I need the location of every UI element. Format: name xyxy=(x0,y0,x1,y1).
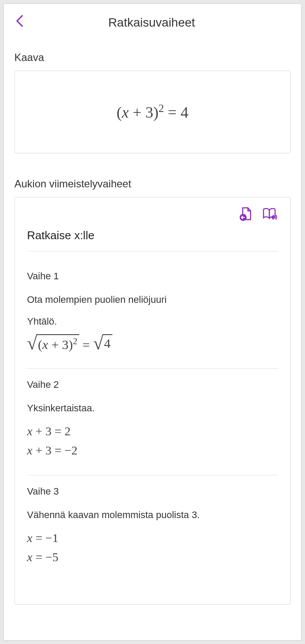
step-label: Vaihe 2 xyxy=(27,379,278,390)
step-label: Vaihe 1 xyxy=(27,271,278,282)
page-title: Ratkaisuvaiheet xyxy=(30,16,273,30)
step-math-line: x + 3 = 2 xyxy=(27,424,278,438)
chevron-left-icon xyxy=(14,15,25,27)
step-description: Ota molempien puolien neliöjuuri xyxy=(27,294,278,305)
step-subdescription: Yhtälö. xyxy=(27,316,278,327)
steps-box: Ratkaise x:lle Vaihe 1 Ota molempien puo… xyxy=(14,197,291,605)
step-label: Vaihe 3 xyxy=(27,486,278,497)
step-math-line: x = −1 xyxy=(27,531,278,545)
formula-box: (x + 3)2 = 4 xyxy=(14,71,291,153)
step-3: Vaihe 3 Vähennä kaavan molemmista puolis… xyxy=(27,486,278,582)
steps-section-label: Aukion viimeistelyvaiheet xyxy=(14,178,291,190)
step-2: Vaihe 2 Yksinkertaistaa. x + 3 = 2 x + 3… xyxy=(27,379,278,475)
step-math-line: x = −5 xyxy=(27,550,278,564)
solve-for-title: Ratkaise x:lle xyxy=(27,229,278,251)
book-audio-icon xyxy=(262,207,278,221)
formula-expression: (x + 3)2 = 4 xyxy=(116,102,188,122)
back-button[interactable] xyxy=(14,14,25,31)
immersive-reader-button[interactable] xyxy=(262,206,278,222)
panel-header: Ratkaisuvaiheet xyxy=(14,14,291,31)
step-description: Yksinkertaistaa. xyxy=(27,403,278,414)
insert-to-page-button[interactable] xyxy=(238,206,254,222)
formula-section-label: Kaava xyxy=(14,51,291,64)
step-math: √(x + 3)2 = √4 xyxy=(27,334,278,353)
step-description: Vähennä kaavan molemmista puolista 3. xyxy=(27,509,278,521)
step-math-line: x + 3 = −2 xyxy=(27,444,278,458)
steps-toolbar xyxy=(27,206,278,222)
step-1: Vaihe 1 Ota molempien puolien neliöjuuri… xyxy=(27,271,278,369)
document-insert-icon xyxy=(238,207,253,221)
math-panel: Ratkaisuvaiheet Kaava (x + 3)2 = 4 Aukio… xyxy=(3,3,302,641)
